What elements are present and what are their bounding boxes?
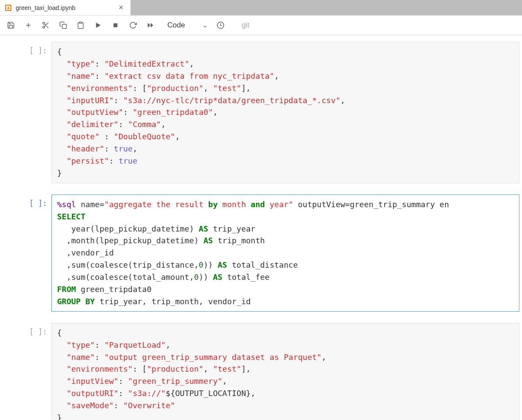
code-editor[interactable]: %sql name="aggregate the result by month… bbox=[51, 195, 519, 312]
svg-point-2 bbox=[43, 22, 45, 24]
svg-marker-12 bbox=[151, 23, 153, 27]
code-cell[interactable]: [ ]: { "type": "ParquetLoad", "name": "o… bbox=[0, 323, 522, 420]
stop-icon[interactable] bbox=[111, 20, 120, 30]
notebook-icon bbox=[5, 5, 11, 11]
cut-icon[interactable] bbox=[41, 20, 51, 30]
svg-point-3 bbox=[43, 26, 45, 28]
save-icon[interactable] bbox=[6, 20, 16, 30]
svg-rect-7 bbox=[62, 24, 67, 28]
restart-icon[interactable] bbox=[128, 20, 138, 30]
notebook-area: [ ]: { "type": "DelimitedExtract", "name… bbox=[0, 35, 522, 420]
copy-icon[interactable] bbox=[58, 20, 68, 30]
svg-marker-11 bbox=[148, 23, 150, 27]
close-icon[interactable]: × bbox=[117, 3, 125, 12]
svg-marker-9 bbox=[96, 23, 101, 28]
svg-line-5 bbox=[47, 26, 48, 27]
tab-title: green_taxi_load.ipynb bbox=[16, 4, 112, 11]
run-icon[interactable] bbox=[93, 20, 103, 30]
cell-prompt: [ ]: bbox=[12, 323, 51, 336]
cell-prompt: [ ]: bbox=[12, 195, 51, 208]
add-cell-icon[interactable] bbox=[24, 20, 33, 30]
notebook-tab[interactable]: green_taxi_load.ipynb × bbox=[0, 0, 131, 15]
git-label[interactable]: git bbox=[242, 21, 250, 30]
svg-rect-8 bbox=[79, 22, 82, 23]
code-cell[interactable]: [ ]: { "type": "DelimitedExtract", "name… bbox=[0, 42, 522, 183]
notebook-toolbar: Code ⌄ git bbox=[0, 16, 522, 35]
code-editor[interactable]: { "type": "ParquetLoad", "name": "output… bbox=[51, 323, 519, 420]
cell-type-label: Code bbox=[167, 21, 185, 30]
cell-prompt: [ ]: bbox=[12, 42, 51, 55]
chevron-down-icon: ⌄ bbox=[203, 22, 208, 29]
kernel-status-icon[interactable] bbox=[216, 20, 225, 30]
code-editor[interactable]: { "type": "DelimitedExtract", "name": "e… bbox=[51, 42, 519, 183]
svg-line-6 bbox=[44, 24, 46, 25]
code-cell[interactable]: [ ]: %sql name="aggregate the result by … bbox=[0, 195, 522, 312]
paste-icon[interactable] bbox=[76, 20, 85, 30]
run-all-icon[interactable] bbox=[146, 20, 155, 30]
tab-bar: green_taxi_load.ipynb × bbox=[0, 0, 522, 16]
cell-type-dropdown[interactable]: Code ⌄ bbox=[167, 21, 208, 30]
svg-rect-10 bbox=[114, 23, 118, 27]
